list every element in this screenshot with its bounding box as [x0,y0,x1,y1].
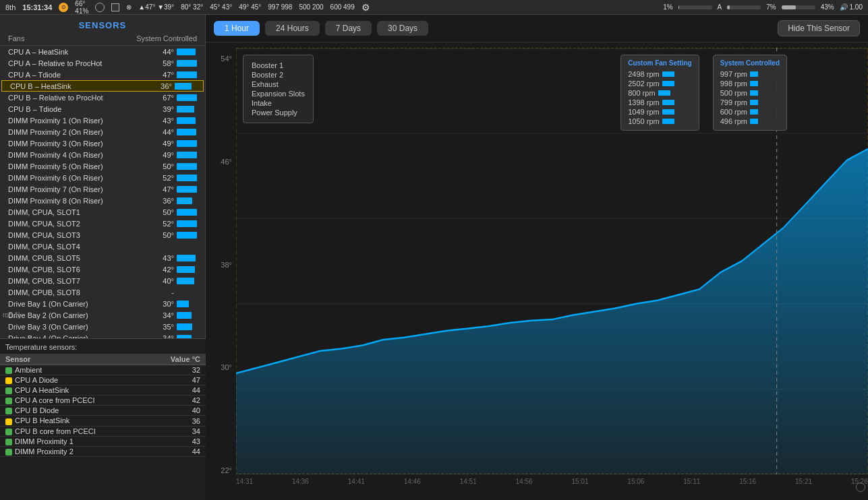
temp-sensor-value: 34 [147,426,206,436]
sensor-name: DIMM, CPUB, SLOT7 [8,277,152,285]
graph-x-label: 14:36 [292,478,309,490]
graph-x-label: 14:56 [516,478,533,490]
temp-panel: Temperature sensors: Sensor Value °C Amb… [0,338,206,500]
sensor-row[interactable]: DIMM, CPUA, SLOT150° [0,206,205,218]
time-range-button[interactable]: 1 Hour [214,21,260,36]
system-header: System Controlled [136,34,197,42]
custom-fan-box: Custom Fan Setting2498 rpm2502 rpm800 rp… [620,55,699,131]
sensor-name: DIMM, CPUA, SLOT4 [8,243,152,251]
fan-rpm-row: 1398 rpm [628,98,691,107]
sensor-row[interactable]: CPU B – Relative to ProcHot67° [0,92,205,103]
hide-sensor-button[interactable]: Hide This Sensor [778,20,860,36]
sensor-row[interactable]: CPU B – Tdiode39° [0,103,205,115]
rpm-bar [662,109,674,115]
temp-sensor-name: DIMM Proximity 1 [0,436,147,446]
sensor-row[interactable]: DIMM Proximity 6 (On Riser)52° [0,172,205,183]
sensor-row[interactable]: Drive Bay 4 (On Carrier)34° [0,332,205,338]
value-col-header: Value °C [147,354,206,365]
sensor-value: 43° [152,117,174,125]
temp-table-row: CPU A Diode47 [0,375,206,385]
sensor-row[interactable]: CPU A – Tdiode47° [0,69,205,80]
sensor-col-header: Sensor [0,354,147,365]
sensor-name: DIMM, CPUB, SLOT5 [8,254,152,262]
fans-header: Fans [8,34,24,42]
graph-x-label: 14:46 [404,478,421,490]
sensor-row[interactable]: CPU B – HeatSink36° [1,80,204,92]
sensor-row[interactable]: DIMM, CPUA, SLOT252° [0,218,205,229]
rpm-bar [750,81,758,86]
sensor-bar-container [177,209,197,216]
rpm-value: 600 rpm [720,108,747,116]
sensor-row[interactable]: DIMM Proximity 4 (On Riser)49° [0,149,205,160]
sensor-row[interactable]: DIMM, CPUB, SLOT740° [0,275,205,286]
sensor-row[interactable]: DIMM Proximity 8 (On Riser)36° [0,195,205,206]
svg-marker-7 [236,149,868,474]
sensor-bar-container [177,220,197,227]
sensors-list[interactable]: CPU A – HeatSink44°CPU A – Relative to P… [0,46,205,338]
sensor-bar [177,186,197,193]
sensor-name: CPU B – Relative to ProcHot [8,94,152,102]
graph-x-label: 15:01 [571,478,588,490]
sensor-name: Drive Bay 1 (On Carrier) [8,300,152,308]
graph-x-labels: 14:3114:3614:4114:4614:5114:5615:0115:06… [236,476,868,490]
sensor-bar-container [177,94,197,101]
sensors-title: SENSORS [0,15,205,33]
fan-rpm-row: 997 rpm [720,69,780,79]
sensor-bar-container [177,60,197,67]
graph-y-label: 30° [221,363,232,371]
sensor-row[interactable]: DIMM Proximity 7 (On Riser)47° [0,183,205,195]
sensor-row[interactable]: Drive Bay 1 (On Carrier)30° [0,298,205,309]
temp-sensor-name: CPU B HeatSink [0,416,147,426]
sensor-row[interactable]: DIMM, CPUB, SLOT8- [0,286,205,298]
sensor-name: DIMM Proximity 2 (On Riser) [8,128,152,136]
status-dot [5,418,12,425]
sensor-row[interactable]: DIMM, CPUA, SLOT4 [0,241,205,252]
sensor-row[interactable]: CPU A – Relative to ProcHot58° [0,57,205,69]
sensor-row[interactable]: DIMM, CPUB, SLOT642° [0,263,205,275]
sensor-row[interactable]: CPU A – HeatSink44° [0,46,205,57]
sensor-bar [177,312,192,319]
sensor-bar-container [177,312,197,319]
temp-table: Sensor Value °C Ambient32CPU A Diode47CP… [0,354,206,457]
rpm-bar [750,71,758,77]
sensor-row[interactable]: DIMM, CPUA, SLOT350° [0,229,205,241]
fan-rpm-row: 1049 rpm [628,107,691,117]
sensor-row[interactable]: Drive Bay 2 (On Carrier)34° [0,309,205,321]
graph-top-bar: 1 Hour24 Hours7 Days30 DaysHide This Sen… [206,15,868,42]
sensor-row[interactable]: DIMM Proximity 1 (On Riser)43° [0,115,205,126]
graph-x-label: 15:11 [683,478,700,490]
sensor-bar-container [177,71,197,78]
sensor-row[interactable]: Drive Bay 3 (On Carrier)35° [0,321,205,332]
sensor-row[interactable]: DIMM Proximity 3 (On Riser)49° [0,137,205,149]
rpm-bar [662,71,674,77]
sensor-value: 40° [152,277,174,285]
fan-rpm-boxes: Custom Fan Setting2498 rpm2502 rpm800 rp… [620,55,787,131]
menubar-icon2 [111,3,119,11]
system-controlled-box: System Controlled997 rpm998 rpm500 rpm79… [713,55,787,131]
sensor-bar-container [177,175,197,181]
time-range-button[interactable]: 24 Hours [265,21,320,36]
sensor-bar-container [177,255,197,261]
fan-rpm-row: 1050 rpm [628,117,691,126]
sensor-row[interactable]: DIMM Proximity 2 (On Riser)44° [0,126,205,137]
time-range-button[interactable]: 7 Days [325,21,372,36]
sensor-value: 36° [152,197,174,205]
fan-legend-item: Power Supply [252,108,305,117]
sensors-top-panel: SENSORS Fans System Controlled CPU A – H… [0,15,206,338]
sensor-value: 58° [152,59,174,67]
sensor-value: 52° [152,174,174,182]
time-range-button[interactable]: 30 Days [377,21,428,36]
rpm-value: 496 rpm [720,117,747,125]
disk-percent: 43% [821,3,834,11]
sensors-header: Fans System Controlled [0,33,205,46]
sensor-name: DIMM Proximity 6 (On Riser) [8,174,152,182]
temp-display-3: 45° 43° [210,3,232,11]
sensor-row[interactable]: DIMM Proximity 5 (On Riser)50° [0,160,205,172]
fan-legend-item: Expansion Slots [252,89,305,98]
sensor-bar [177,163,197,170]
sensor-row[interactable]: DIMM, CPUB, SLOT543° [0,252,205,263]
sensor-name: CPU A – Relative to ProcHot [8,59,152,67]
sensor-bar [177,209,197,216]
sensor-value: 49° [152,151,174,159]
temp-sensor-name: CPU B Diode [0,406,147,416]
